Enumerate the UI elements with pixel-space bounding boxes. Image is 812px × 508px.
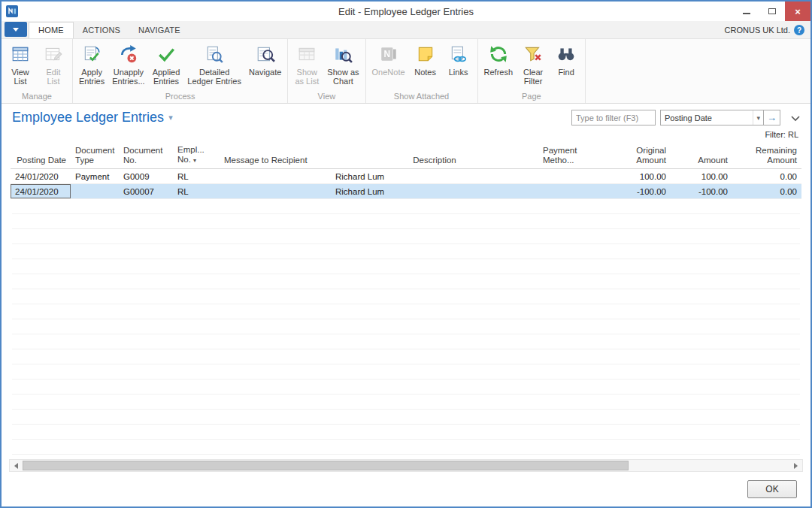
filter-input[interactable] bbox=[571, 110, 656, 125]
cell-posting-date[interactable]: 24/01/2020 bbox=[11, 169, 71, 184]
empty-row bbox=[12, 334, 800, 349]
cell-document-no[interactable]: G0009 bbox=[119, 169, 173, 184]
column-header-description[interactable]: Description bbox=[331, 144, 538, 169]
apply-filter-button[interactable]: → bbox=[764, 110, 780, 125]
help-icon[interactable]: ? bbox=[794, 25, 804, 35]
show-as-chart-icon bbox=[332, 44, 353, 65]
column-header-amount[interactable]: Amount bbox=[671, 144, 732, 169]
ribbon-group-view: Show as List Show as Chart View bbox=[288, 39, 365, 103]
horizontal-scrollbar[interactable] bbox=[9, 459, 803, 472]
cell-original-amount[interactable]: 100.00 bbox=[601, 169, 671, 184]
dialog-footer: OK bbox=[9, 472, 803, 506]
scrollbar-track[interactable] bbox=[23, 460, 789, 471]
cell-employee-no[interactable]: RL bbox=[173, 184, 220, 199]
cell-description[interactable]: Richard Lum bbox=[331, 169, 538, 184]
empty-row bbox=[12, 259, 800, 274]
cell-payment-method[interactable] bbox=[538, 169, 601, 184]
ribbon-group-label: Page bbox=[480, 91, 583, 103]
go-arrow-icon: → bbox=[767, 112, 777, 123]
page-title-caret-icon[interactable]: ▾ bbox=[168, 113, 173, 122]
column-header-message-to-recipient[interactable]: Message to Recipient bbox=[220, 144, 331, 169]
notes-button[interactable]: Notes bbox=[409, 41, 442, 89]
onenote-button[interactable]: N OneNote bbox=[368, 41, 409, 89]
cell-remaining-amount[interactable]: 0.00 bbox=[732, 169, 801, 184]
button-label: Show as Chart bbox=[327, 68, 359, 86]
empty-row bbox=[12, 440, 800, 455]
detailed-ledger-entries-button[interactable]: Detailed Ledger Entries bbox=[183, 41, 245, 89]
apply-entries-button[interactable]: Apply Entries bbox=[75, 41, 108, 89]
button-label: Notes bbox=[414, 68, 436, 77]
column-header-document-type[interactable]: Document Type bbox=[71, 144, 119, 169]
cell-document-no[interactable]: G00007 bbox=[119, 184, 173, 199]
clear-filter-button[interactable]: Clear Filter bbox=[517, 41, 550, 89]
cell-remaining-amount[interactable]: 0.00 bbox=[732, 184, 801, 199]
cell-amount[interactable]: -100.00 bbox=[671, 184, 732, 199]
scroll-right-button[interactable] bbox=[789, 460, 802, 471]
button-label: Clear Filter bbox=[523, 68, 543, 86]
view-list-button[interactable]: View List bbox=[4, 41, 37, 89]
applied-entries-icon bbox=[156, 44, 177, 65]
empty-row bbox=[12, 379, 800, 395]
close-button[interactable]: × bbox=[785, 2, 810, 21]
column-header-original-amount[interactable]: Original Amount bbox=[601, 144, 671, 169]
collapse-filter-chevron-icon[interactable] bbox=[791, 111, 800, 125]
maximize-button[interactable] bbox=[759, 2, 785, 21]
show-as-list-button[interactable]: Show as List bbox=[290, 41, 323, 89]
page-title: Employee Ledger Entries bbox=[12, 110, 164, 125]
cell-document-type[interactable] bbox=[71, 184, 119, 199]
filter-column-dropdown[interactable]: Posting Date ▾ bbox=[660, 110, 764, 125]
edit-list-button[interactable]: Edit List bbox=[37, 41, 70, 89]
column-header-employee-no[interactable]: Empl... No.▾ bbox=[173, 144, 220, 169]
cell-message[interactable] bbox=[220, 184, 331, 199]
applied-entries-button[interactable]: Applied Entries bbox=[149, 41, 184, 89]
scroll-left-button[interactable] bbox=[10, 460, 23, 471]
find-button[interactable]: Find bbox=[550, 41, 583, 89]
ok-button[interactable]: OK bbox=[747, 480, 797, 498]
column-header-posting-date[interactable]: Posting Date bbox=[11, 144, 71, 169]
cell-employee-no[interactable]: RL bbox=[173, 169, 220, 184]
ribbon-group-label: View bbox=[290, 91, 362, 103]
button-label: Apply Entries bbox=[79, 68, 105, 86]
cell-amount[interactable]: 100.00 bbox=[671, 169, 732, 184]
ribbon-group-page: Refresh Clear Filter Find Page bbox=[478, 39, 586, 103]
application-menu-button[interactable] bbox=[5, 22, 27, 37]
column-header-remaining-amount[interactable]: Remaining Amount bbox=[732, 144, 801, 169]
empty-row bbox=[12, 319, 800, 334]
cell-payment-method[interactable] bbox=[538, 184, 601, 199]
column-header-payment-method[interactable]: Payment Metho... bbox=[538, 144, 601, 169]
cell-document-type[interactable]: Payment bbox=[71, 169, 119, 184]
column-header-document-no[interactable]: Document No. bbox=[119, 144, 173, 169]
ribbon: View List Edit List Manage Apply Entries… bbox=[2, 39, 810, 104]
tab-home[interactable]: HOME bbox=[29, 22, 74, 38]
button-label: Show as List bbox=[295, 68, 319, 86]
scrollbar-thumb[interactable] bbox=[23, 461, 629, 470]
empty-row bbox=[12, 274, 800, 289]
cell-posting-date[interactable]: 24/01/2020 bbox=[11, 184, 71, 199]
find-icon bbox=[556, 44, 577, 65]
button-label: Navigate bbox=[249, 68, 281, 77]
empty-row bbox=[12, 229, 800, 244]
button-label: Applied Entries bbox=[153, 68, 180, 86]
ledger-row[interactable]: 24/01/2020 Payment G0009 RL Richard Lum … bbox=[11, 169, 801, 184]
refresh-button[interactable]: Refresh bbox=[480, 41, 517, 89]
cell-description[interactable]: Richard Lum bbox=[331, 184, 538, 199]
ribbon-group-manage: View List Edit List Manage bbox=[2, 39, 73, 103]
minimize-button[interactable] bbox=[734, 2, 759, 21]
scroll-right-icon bbox=[794, 463, 798, 469]
show-as-chart-button[interactable]: Show as Chart bbox=[323, 41, 362, 89]
empty-row bbox=[12, 199, 800, 214]
column-header-row: Posting Date Document Type Document No. … bbox=[11, 144, 801, 169]
button-label: OneNote bbox=[372, 68, 405, 77]
view-list-icon bbox=[10, 44, 31, 65]
app-window: Edit - Employee Ledger Entries × HOME AC… bbox=[0, 0, 812, 508]
ledger-row-selected[interactable]: 24/01/2020 G00007 RL Richard Lum -100.00… bbox=[11, 184, 801, 199]
tab-actions[interactable]: ACTIONS bbox=[74, 23, 129, 38]
unapply-entries-button[interactable]: Unapply Entries... bbox=[108, 41, 148, 89]
cell-message[interactable] bbox=[220, 169, 331, 184]
navigate-button[interactable]: Navigate bbox=[245, 41, 285, 89]
tab-navigate[interactable]: NAVIGATE bbox=[129, 23, 189, 38]
links-icon bbox=[448, 44, 469, 65]
minimize-icon bbox=[743, 13, 750, 14]
links-button[interactable]: Links bbox=[442, 41, 475, 89]
cell-original-amount[interactable]: -100.00 bbox=[601, 184, 671, 199]
